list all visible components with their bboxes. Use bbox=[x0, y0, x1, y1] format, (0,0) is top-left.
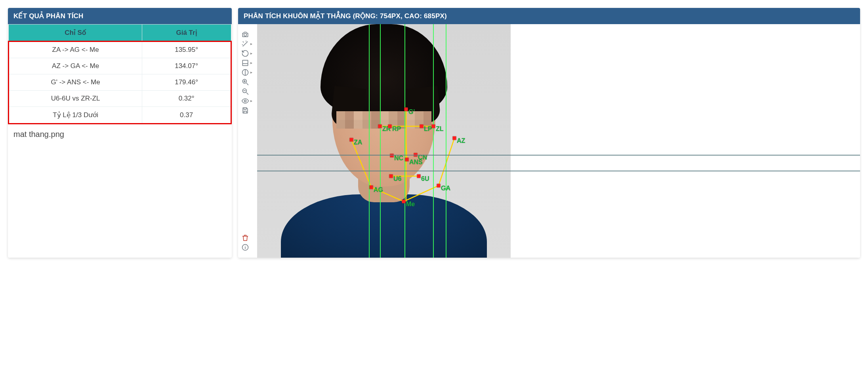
wand-icon[interactable]: ▸ bbox=[241, 39, 254, 49]
analysis-title: PHÂN TÍCH KHUÔN MẶT THẲNG (RỘNG: 754PX, … bbox=[238, 8, 860, 24]
landmark-point[interactable] bbox=[378, 125, 382, 128]
landmark-label: AZ bbox=[457, 137, 465, 144]
landmark-label: LP bbox=[424, 125, 432, 133]
results-table: Chỉ Số Giá Trị ZA -> AG <- Me135.95°AZ -… bbox=[8, 24, 232, 124]
trash-icon[interactable] bbox=[241, 233, 254, 243]
landmark-label: GA bbox=[441, 185, 450, 192]
eye-icon[interactable]: ▸ bbox=[241, 96, 254, 106]
zoom-out-icon[interactable] bbox=[241, 87, 254, 96]
landmark-label: ZL bbox=[436, 125, 444, 133]
landmark-point[interactable] bbox=[402, 200, 406, 203]
guide-vertical bbox=[380, 24, 381, 258]
col-index: Chỉ Số bbox=[9, 25, 142, 42]
table-row: Tỷ Lệ 1/3 Dưới0.37 bbox=[9, 107, 231, 124]
zoom-in-icon[interactable] bbox=[241, 77, 254, 87]
metric-label: ZA -> AG <- Me bbox=[9, 42, 142, 58]
metric-label: AZ -> GA <- Me bbox=[9, 58, 142, 74]
guide-horizontal bbox=[257, 155, 860, 156]
info-icon[interactable] bbox=[241, 243, 254, 252]
landmark-point[interactable] bbox=[390, 154, 394, 158]
table-row: U6-6U vs ZR-ZL0.32° bbox=[9, 91, 231, 107]
landmark-point[interactable] bbox=[404, 108, 408, 111]
landmark-point[interactable] bbox=[437, 184, 441, 188]
table-row: ZA -> AG <- Me135.95° bbox=[9, 42, 231, 58]
landmark-label: U6 bbox=[393, 175, 401, 182]
landmark-point[interactable] bbox=[405, 158, 409, 161]
metric-value: 0.32° bbox=[142, 91, 231, 107]
metric-value: 0.37 bbox=[142, 107, 231, 124]
face-photo: G'ZRRPLPZLZAAZNCCNANSU66UAGGAMe bbox=[257, 24, 511, 258]
rotate-icon[interactable]: ▸ bbox=[241, 49, 254, 58]
analysis-panel: PHÂN TÍCH KHUÔN MẶT THẲNG (RỘNG: 754PX, … bbox=[238, 8, 860, 258]
landmark-point[interactable] bbox=[453, 137, 456, 140]
landmark-label: AG bbox=[374, 186, 383, 194]
results-title: KẾT QUẢ PHÂN TÍCH bbox=[8, 8, 232, 24]
landmark-point[interactable] bbox=[389, 175, 393, 178]
camera-icon[interactable] bbox=[241, 30, 254, 39]
caret-icon: ▸ bbox=[250, 70, 252, 74]
metric-label: U6-6U vs ZR-ZL bbox=[9, 91, 142, 107]
landmark-point[interactable] bbox=[420, 125, 424, 128]
landmark-point[interactable] bbox=[370, 186, 373, 189]
guide-vertical bbox=[404, 24, 405, 258]
metric-value: 135.95° bbox=[142, 42, 231, 58]
guide-vertical bbox=[433, 24, 434, 258]
image-canvas[interactable]: G'ZRRPLPZLZAAZNCCNANSU66UAGGAMe bbox=[257, 24, 860, 258]
results-highlight: ZA -> AG <- Me135.95°AZ -> GA <- Me134.0… bbox=[9, 42, 231, 124]
landmark-point[interactable] bbox=[388, 125, 392, 128]
landmark-label: NC bbox=[394, 155, 403, 162]
landmark-point[interactable] bbox=[350, 138, 353, 142]
metric-label: Tỷ Lệ 1/3 Dưới bbox=[9, 107, 142, 124]
caret-icon: ▸ bbox=[250, 42, 252, 46]
caret-icon: ▸ bbox=[250, 99, 252, 103]
landmark-point[interactable] bbox=[432, 125, 435, 128]
table-row: AZ -> GA <- Me134.07° bbox=[9, 58, 231, 74]
landmark-label: RP bbox=[392, 125, 401, 133]
toolbox: ▸▸▸▸▸ bbox=[238, 24, 257, 258]
metric-value: 179.46° bbox=[142, 74, 231, 91]
landmark-label: ZA bbox=[354, 139, 362, 146]
col-value: Giá Trị bbox=[142, 25, 231, 42]
guide-vertical bbox=[446, 24, 446, 258]
caret-icon: ▸ bbox=[250, 51, 252, 55]
landmark-label: 6U bbox=[421, 175, 429, 182]
guide-horizontal bbox=[257, 171, 860, 171]
landmark-label: G' bbox=[408, 108, 415, 116]
landmark-label: Me bbox=[406, 201, 415, 208]
guide-vertical bbox=[369, 24, 370, 258]
metric-value: 134.07° bbox=[142, 58, 231, 74]
table-row: G' -> ANS <- Me179.46° bbox=[9, 74, 231, 91]
landmark-label: ANS bbox=[409, 159, 423, 166]
contrast-icon[interactable]: ▸ bbox=[241, 68, 254, 77]
filename-label: mat thang.png bbox=[8, 124, 232, 146]
save-icon[interactable] bbox=[241, 106, 254, 115]
metric-label: G' -> ANS <- Me bbox=[9, 74, 142, 91]
results-panel: KẾT QUẢ PHÂN TÍCH Chỉ Số Giá Trị ZA -> A… bbox=[8, 8, 232, 258]
resize-icon[interactable]: ▸ bbox=[241, 58, 254, 68]
caret-icon: ▸ bbox=[250, 61, 252, 65]
landmark-point[interactable] bbox=[417, 175, 421, 178]
